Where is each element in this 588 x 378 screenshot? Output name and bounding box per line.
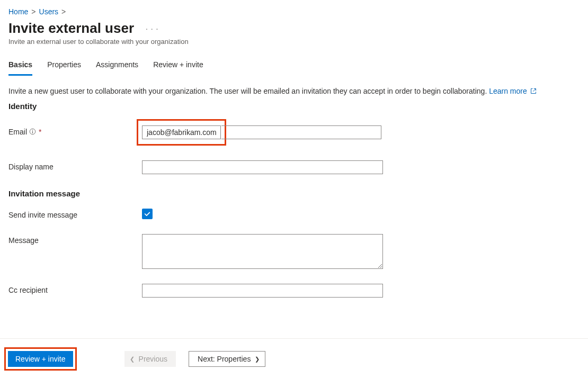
display-name-label: Display name	[8, 160, 142, 171]
previous-button[interactable]: ❮ Previous	[124, 351, 176, 367]
svg-point-1	[32, 130, 33, 131]
cc-recipient-field[interactable]	[142, 284, 383, 298]
form-row-cc: Cc recipient	[8, 284, 580, 298]
breadcrumb: Home > Users >	[8, 7, 580, 16]
learn-more-link[interactable]: Learn more	[489, 87, 527, 95]
form-row-message: Message	[8, 234, 580, 269]
section-identity: Identity	[8, 102, 580, 111]
form-row-send-invite: Send invite message	[8, 209, 580, 219]
external-link-icon	[530, 86, 537, 97]
svg-rect-2	[32, 131, 33, 133]
tabs: Basics Properties Assignments Review + i…	[8, 60, 580, 76]
next-label: Next: Properties	[198, 355, 251, 363]
tab-assignments[interactable]: Assignments	[96, 60, 138, 76]
message-field[interactable]	[142, 234, 383, 269]
intro-text-body: Invite a new guest user to collaborate w…	[8, 87, 489, 95]
email-label: Email *	[8, 125, 142, 136]
info-icon[interactable]	[29, 128, 36, 135]
send-invite-checkbox[interactable]	[142, 209, 153, 219]
breadcrumb-separator: >	[31, 7, 35, 16]
more-actions-button[interactable]: · · ·	[142, 23, 162, 34]
review-invite-button[interactable]: Review + invite	[8, 351, 73, 367]
next-button[interactable]: Next: Properties ❯	[189, 351, 265, 367]
send-invite-label: Send invite message	[8, 209, 142, 219]
email-field[interactable]	[142, 125, 221, 139]
breadcrumb-home[interactable]: Home	[8, 7, 28, 16]
cc-label: Cc recipient	[8, 284, 142, 294]
display-name-field[interactable]	[142, 160, 383, 174]
content: Invite a new guest user to collaborate w…	[8, 86, 580, 298]
form-row-display-name: Display name	[8, 160, 580, 174]
tab-properties[interactable]: Properties	[47, 60, 81, 76]
page-header: Invite external user · · ·	[8, 20, 580, 37]
review-invite-highlight: Review + invite	[4, 347, 77, 371]
tab-review-invite[interactable]: Review + invite	[153, 60, 203, 76]
chevron-right-icon: ❯	[255, 356, 260, 363]
email-highlight	[137, 119, 226, 146]
nav-buttons: ❮ Previous Next: Properties ❯	[124, 351, 266, 367]
email-label-text: Email	[8, 128, 27, 136]
breadcrumb-users[interactable]: Users	[39, 7, 59, 16]
chevron-left-icon: ❮	[130, 356, 135, 363]
email-field-extension	[221, 125, 381, 139]
intro-text: Invite a new guest user to collaborate w…	[8, 86, 580, 97]
footer: Review + invite ❮ Previous Next: Propert…	[0, 338, 588, 378]
required-indicator: *	[39, 128, 41, 136]
breadcrumb-separator: >	[61, 7, 66, 16]
message-label: Message	[8, 234, 142, 245]
previous-label: Previous	[139, 355, 167, 363]
form-row-email: Email *	[8, 125, 580, 146]
tab-basics[interactable]: Basics	[8, 60, 32, 76]
page-title: Invite external user	[8, 20, 134, 37]
section-invitation-message: Invitation message	[8, 189, 580, 198]
page-subtitle: Invite an external user to collaborate w…	[8, 38, 580, 46]
